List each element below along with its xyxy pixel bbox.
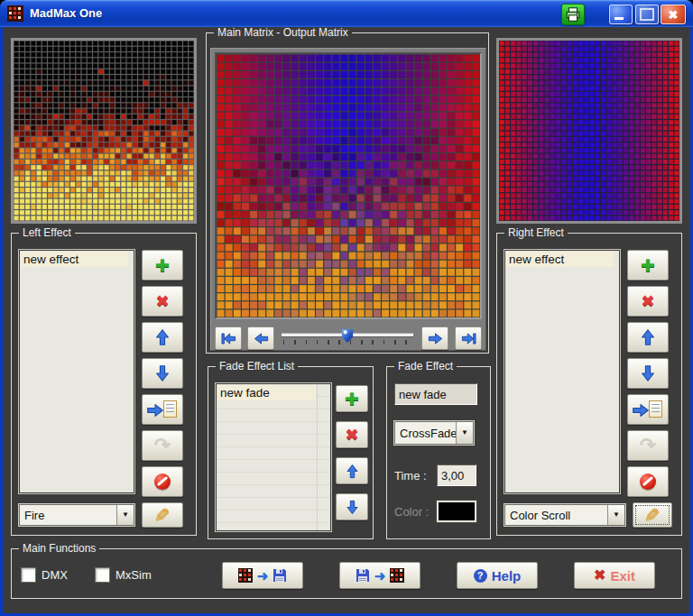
pencil-icon: ✎ (644, 506, 661, 525)
left-apply-to-list-button[interactable] (142, 394, 183, 425)
first-frame-button[interactable] (215, 326, 242, 350)
exit-label: Exit (610, 568, 635, 584)
right-move-up-button[interactable] (627, 322, 669, 353)
pencil-icon: ✎ (154, 506, 171, 525)
right-apply-to-list-button[interactable] (627, 394, 669, 425)
add-icon: ✚ (345, 391, 359, 408)
minimize-icon (614, 17, 624, 20)
main-matrix-group: Main Matrix - Output Matrix (206, 32, 489, 354)
right-copy-disabled-button[interactable]: ↷ (627, 430, 669, 461)
right-effect-list[interactable]: new effect (504, 250, 620, 493)
window-body: Main Matrix - Output Matrix Left Effect (3, 27, 690, 613)
help-button[interactable]: ? Help (457, 562, 538, 589)
output-matrix-frame (215, 52, 482, 319)
fade-time-input[interactable] (437, 464, 476, 486)
frame-slider[interactable] (280, 326, 415, 350)
arrow-up-icon (638, 327, 658, 347)
left-move-down-button[interactable] (142, 358, 183, 389)
fade-effect-list-group-label: Fade Effect List (216, 361, 298, 372)
load-file-to-matrix-button[interactable]: ➜ (339, 562, 420, 589)
chevron-down-icon: ▼ (461, 429, 468, 437)
matrix-icon (390, 568, 404, 583)
left-edit-effect-button[interactable]: ✎ (142, 502, 183, 528)
left-delete-effect-button[interactable]: ✖ (142, 286, 183, 317)
delete-icon: ✖ (345, 427, 358, 443)
arrow-right-icon (427, 330, 444, 347)
chevron-down-icon: ▼ (122, 511, 129, 519)
left-effect-list[interactable]: new effect (19, 250, 134, 493)
arrow-right-icon: ➜ (257, 569, 269, 583)
main-functions-group-label: Main Functions (19, 543, 99, 555)
exit-icon: ✖ (594, 568, 605, 583)
previous-frame-button[interactable] (247, 326, 274, 350)
arrow-down-icon (344, 499, 361, 516)
maximize-button[interactable] (635, 5, 659, 24)
left-add-effect-button[interactable]: ✚ (142, 250, 183, 280)
left-preset-value: Fire (20, 509, 116, 522)
arrow-left-icon (253, 330, 270, 347)
arrow-down-icon (152, 363, 172, 383)
print-button[interactable] (561, 4, 585, 25)
mxsim-checkbox[interactable] (95, 567, 110, 583)
right-stop-button[interactable] (627, 466, 669, 497)
apply-arrow-icon (631, 400, 651, 420)
list-item[interactable]: new effect (506, 252, 614, 267)
skip-to-start-icon (220, 330, 237, 347)
curved-arrow-icon: ↷ (154, 436, 171, 455)
left-preset-select[interactable]: Fire ▼ (19, 504, 134, 526)
help-label: Help (492, 568, 522, 584)
color-label: Color : (394, 505, 429, 519)
window-title: MadMax One (30, 6, 102, 20)
arrow-down-icon (638, 363, 658, 383)
main-matrix-group-label: Main Matrix - Output Matrix (214, 27, 352, 39)
floppy-icon (356, 568, 370, 583)
last-frame-button[interactable] (455, 326, 482, 350)
left-preview-matrix (14, 41, 194, 221)
right-add-effect-button[interactable]: ✚ (627, 250, 669, 280)
next-frame-button[interactable] (421, 326, 448, 350)
printer-icon (565, 6, 581, 23)
app-icon (7, 5, 23, 22)
right-delete-effect-button[interactable]: ✖ (627, 286, 669, 317)
minimize-button[interactable] (609, 5, 633, 24)
fade-color-swatch[interactable] (437, 501, 476, 522)
dmx-label: DMX (42, 568, 68, 582)
fade-name-input[interactable] (394, 383, 477, 405)
arrow-up-icon (344, 463, 361, 480)
fade-type-dropdown-button[interactable]: ▼ (456, 422, 473, 444)
fade-effect-list[interactable]: new fade (216, 383, 331, 531)
right-edit-effect-button[interactable]: ✎ (633, 502, 672, 528)
left-preset-dropdown-button[interactable]: ▼ (116, 505, 134, 525)
save-matrix-to-file-button[interactable]: ➜ (222, 562, 303, 589)
fade-delete-button[interactable]: ✖ (336, 421, 368, 448)
arrow-up-icon (152, 327, 172, 347)
list-item[interactable]: new fade (217, 385, 316, 400)
fade-add-button[interactable]: ✚ (336, 385, 368, 412)
output-matrix[interactable] (217, 54, 480, 317)
time-label: Time : (394, 469, 427, 483)
exit-button[interactable]: ✖ Exit (574, 562, 655, 589)
left-copy-disabled-button[interactable]: ↷ (142, 430, 183, 461)
add-icon: ✚ (641, 257, 655, 274)
stop-icon (154, 473, 171, 490)
right-preset-select[interactable]: Color Scroll ▼ (504, 504, 625, 526)
maximize-icon (640, 8, 654, 21)
close-button[interactable]: ✖ (661, 5, 686, 24)
left-stop-button[interactable] (142, 466, 183, 497)
fade-effect-list-group: Fade Effect List new fade ✚ ✖ (208, 366, 374, 539)
curved-arrow-icon: ↷ (640, 436, 656, 455)
right-move-down-button[interactable] (627, 358, 669, 389)
floppy-icon (273, 568, 287, 583)
titlebar: MadMax One ✖ (0, 0, 693, 27)
fade-type-select[interactable]: CrossFade ▼ (394, 421, 474, 445)
right-preset-dropdown-button[interactable]: ▼ (607, 505, 624, 525)
left-preview-frame (11, 38, 197, 224)
left-move-up-button[interactable] (142, 322, 183, 353)
fade-move-up-button[interactable] (336, 457, 368, 484)
fade-move-down-button[interactable] (336, 493, 368, 520)
delete-icon: ✖ (155, 293, 169, 309)
dmx-checkbox[interactable] (21, 567, 36, 583)
list-item[interactable]: new effect (21, 252, 128, 267)
skip-to-end-icon (460, 330, 477, 347)
matrix-icon (238, 568, 253, 583)
